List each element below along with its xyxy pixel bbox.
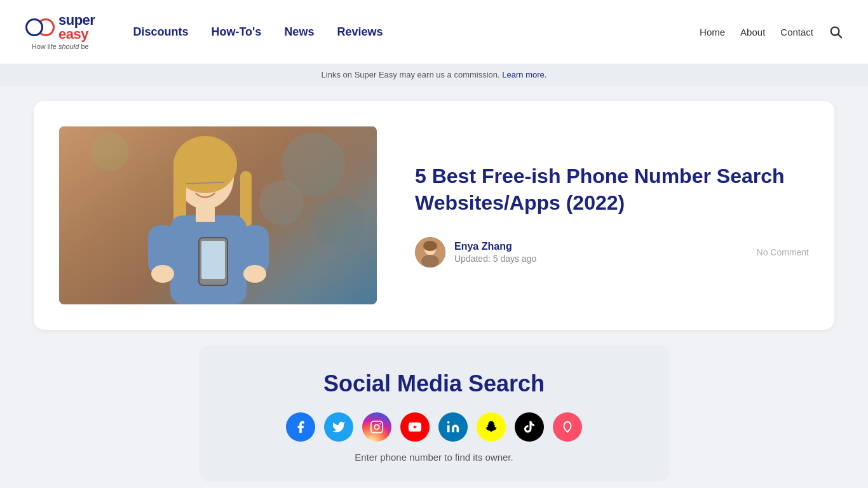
twitter-icon [332,420,346,434]
logo-circles [25,18,55,36]
nav-item-news[interactable]: News [284,25,314,39]
social-search-section: Social Media Search [199,345,669,482]
social-icon-linkedin[interactable] [438,412,468,442]
tinder-icon [560,420,574,434]
social-icon-youtube[interactable] [400,412,430,442]
tiktok-icon [522,420,536,434]
avatar-illustration [415,237,445,268]
logo-text: super easy [58,13,95,41]
main-content: 5 Best Free-ish Phone Number Search Webs… [21,101,847,482]
article-image [59,126,377,304]
svg-rect-24 [371,421,383,433]
logo-icon: super easy [25,13,95,41]
nav-home[interactable]: Home [700,27,725,37]
svg-line-1 [838,34,841,37]
article-info: 5 Best Free-ish Phone Number Search Webs… [415,163,809,267]
article-illustration [59,126,377,304]
nav-item-reviews[interactable]: Reviews [337,25,383,39]
header-right: Home About Contact [700,25,843,39]
article-title: 5 Best Free-ish Phone Number Search Webs… [415,163,809,216]
article-card: 5 Best Free-ish Phone Number Search Webs… [34,101,834,330]
nav-about[interactable]: About [740,27,765,37]
comment-label: No Comment [757,247,809,257]
facebook-icon [294,420,308,434]
youtube-icon [408,420,422,434]
social-icon-instagram[interactable] [362,412,391,442]
linkedin-icon [446,420,460,434]
author-name: Enya Zhang [454,241,536,252]
commission-bar: Links on Super Easy may earn us a commis… [0,64,868,86]
svg-rect-14 [201,241,225,279]
social-search-hint: Enter phone number to find its owner. [212,452,656,463]
author-avatar [415,237,445,268]
search-icon [829,25,843,39]
svg-point-17 [151,265,174,283]
commission-text: Links on Super Easy may earn us a commis… [322,70,500,79]
author-left: Enya Zhang Updated: 5 days ago [415,237,536,268]
social-search-title: Social Media Search [212,370,656,397]
nav-contact[interactable]: Contact [780,27,813,37]
logo-tagline: How life should be [32,43,89,50]
social-icon-tinder[interactable] [553,412,582,442]
header: super easy How life should be Discounts … [0,0,868,64]
svg-point-29 [447,421,450,424]
svg-point-22 [423,241,437,251]
logo-super: super [58,13,95,27]
search-button[interactable] [829,25,843,39]
svg-rect-12 [196,203,215,222]
instagram-icon [370,420,384,434]
social-icon-tiktok[interactable] [515,412,544,442]
svg-rect-28 [447,425,450,432]
social-icon-twitter[interactable] [324,412,353,442]
snapchat-icon [484,420,498,434]
logo-easy: easy [58,27,95,41]
logo-circle-left [25,18,43,36]
svg-point-26 [379,423,381,424]
svg-point-25 [374,424,379,429]
nav-item-discounts[interactable]: Discounts [133,25,188,39]
nav-item-howtos[interactable]: How-To's [211,25,261,39]
author-row: Enya Zhang Updated: 5 days ago No Commen… [415,237,809,268]
main-nav: Discounts How-To's News Reviews [133,25,383,39]
header-left: super easy How life should be Discounts … [25,13,383,50]
commission-link[interactable]: Learn more. [502,70,546,79]
author-details: Enya Zhang Updated: 5 days ago [454,241,536,264]
social-icon-snapchat[interactable] [477,412,506,442]
author-updated: Updated: 5 days ago [454,254,536,264]
svg-point-23 [421,255,439,268]
article-image-placeholder [59,126,377,304]
logo[interactable]: super easy How life should be [25,13,95,50]
social-icons-row [212,412,656,442]
social-icon-facebook[interactable] [286,412,315,442]
svg-point-18 [243,265,266,283]
